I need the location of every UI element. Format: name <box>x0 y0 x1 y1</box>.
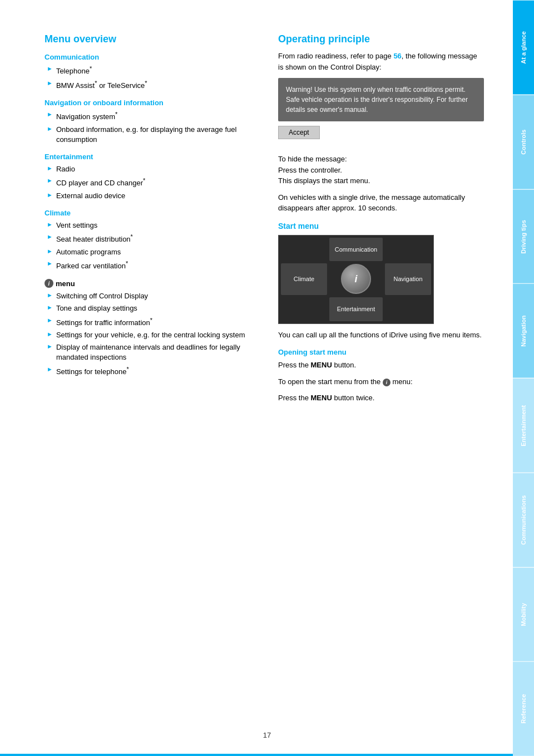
menu-navigation: Navigation <box>385 263 431 295</box>
sidebar-tab-controls[interactable]: Controls <box>513 95 534 189</box>
sidebar-tab-communications[interactable]: Communications <box>513 473 534 567</box>
single-drive-text: On vehicles with a single drive, the mes… <box>278 192 484 214</box>
list-item: ► Seat heater distribution* <box>44 233 256 245</box>
list-text: Display of maintenance intervals and dea… <box>56 342 256 362</box>
arrow-icon: ► <box>47 65 53 72</box>
sidebar: At a glance Controls Driving tips Naviga… <box>513 0 534 756</box>
operating-principle-title: Operating principle <box>278 33 484 45</box>
list-text: Seat heater distribution* <box>56 233 133 245</box>
list-text: Settings for traffic information* <box>56 316 152 328</box>
start-menu-heading: Start menu <box>278 222 484 230</box>
list-item: ► Radio <box>44 164 256 174</box>
list-item: ► CD player and CD changer* <box>44 176 256 189</box>
press-menu-text: Press the MENU button. <box>278 360 484 371</box>
sidebar-tab-reference[interactable]: Reference <box>513 661 534 756</box>
arrow-icon: ► <box>47 192 53 198</box>
center-circle: i <box>341 264 371 294</box>
open-from-i-text: To open the start menu from the i menu: <box>278 376 484 387</box>
i-menu-label: menu <box>56 279 75 288</box>
menu-entertainment: Entertainment <box>329 297 383 321</box>
list-text: Parked car ventilation* <box>56 259 128 272</box>
list-text: Tone and display settings <box>56 303 137 313</box>
sidebar-tab-navigation[interactable]: Navigation <box>513 283 534 378</box>
list-item: ► BMW Assist* or TeleService* <box>44 79 256 91</box>
sidebar-tab-at-a-glance[interactable]: At a glance <box>513 0 534 95</box>
list-text: Settings for telephone* <box>56 365 129 377</box>
intro-text: From radio readiness, refer to page 56, … <box>278 51 484 72</box>
list-item: ► Automatic programs <box>44 247 256 257</box>
list-item: ► Switching off Control Display <box>44 291 256 301</box>
sidebar-tab-mobility[interactable]: Mobility <box>513 567 534 662</box>
arrow-icon: ► <box>47 80 53 86</box>
arrow-icon: ► <box>47 260 53 267</box>
i-menu-heading: i menu <box>44 279 256 288</box>
left-column: Menu overview Communication ► Telephone*… <box>44 33 256 723</box>
arrow-icon: ► <box>47 366 53 372</box>
page-border <box>0 754 513 756</box>
arrow-icon: ► <box>47 125 53 132</box>
climate-heading: Climate <box>44 209 256 217</box>
list-item: ► Onboard information, e.g. for displayi… <box>44 125 256 145</box>
arrow-icon: ► <box>47 317 53 323</box>
menu-communication: Communication <box>329 238 383 261</box>
warning-text: Warning! Use this system only when traff… <box>286 86 468 114</box>
menu-bold-twice: MENU <box>311 394 332 402</box>
list-item: ► Tone and display settings <box>44 303 256 313</box>
list-item: ► Parked car ventilation* <box>44 259 256 272</box>
warning-box: Warning! Use this system only when traff… <box>278 78 484 121</box>
list-item: ► Telephone* <box>44 65 256 77</box>
list-item: ► Settings for telephone* <box>44 365 256 377</box>
sidebar-tab-driving-tips[interactable]: Driving tips <box>513 189 534 284</box>
menu-climate: Climate <box>281 263 327 295</box>
list-item: ► Settings for your vehicle, e.g. for th… <box>44 330 256 340</box>
center-i-icon: i <box>354 273 357 285</box>
list-text: Telephone* <box>56 65 92 77</box>
list-text: Automatic programs <box>56 247 121 257</box>
arrow-icon: ► <box>47 111 53 117</box>
list-item: ► Navigation system* <box>44 110 256 122</box>
list-item: ► Display of maintenance intervals and d… <box>44 342 256 362</box>
arrow-icon: ► <box>47 331 53 337</box>
page-link[interactable]: 56 <box>393 52 401 60</box>
arrow-icon: ► <box>47 292 53 298</box>
arrow-icon: ► <box>47 177 53 184</box>
communication-heading: Communication <box>44 53 256 61</box>
menu-center: i <box>327 261 385 297</box>
list-text: Navigation system* <box>56 110 118 122</box>
opening-start-menu-heading: Opening start menu <box>278 348 484 356</box>
list-item: ► Vent settings <box>44 220 256 230</box>
idrive-menu-graphic: Communication Climate i Navigation Enter… <box>278 235 434 324</box>
list-text: BMW Assist* or TeleService* <box>56 79 147 91</box>
arrow-icon: ► <box>47 343 53 350</box>
navigation-heading: Navigation or onboard information <box>44 99 256 107</box>
arrow-icon: ► <box>47 233 53 240</box>
page-number: 17 <box>263 731 271 739</box>
press-twice-text: Press the MENU button twice. <box>278 392 484 404</box>
hide-message-text: To hide the message: Press the controlle… <box>278 154 484 186</box>
right-column: Operating principle From radio readiness… <box>278 33 484 723</box>
i-inline-icon: i <box>383 379 390 386</box>
arrow-icon: ► <box>47 248 53 254</box>
idrive-description: You can call up all the functions of iDr… <box>278 330 484 341</box>
list-item: ► Settings for traffic information* <box>44 316 256 328</box>
list-text: External audio device <box>56 191 125 201</box>
menu-overview-title: Menu overview <box>44 33 256 45</box>
list-text: Settings for your vehicle, e.g. for the … <box>56 330 245 340</box>
arrow-icon: ► <box>47 221 53 228</box>
menu-bold: MENU <box>311 361 332 369</box>
list-text: Vent settings <box>56 220 97 230</box>
list-text: Onboard information, e.g. for displaying… <box>56 125 256 145</box>
arrow-icon: ► <box>47 165 53 171</box>
list-item: ► External audio device <box>44 191 256 201</box>
list-text: CD player and CD changer* <box>56 176 145 189</box>
sidebar-tab-entertainment[interactable]: Entertainment <box>513 378 534 473</box>
arrow-icon: ► <box>47 304 53 311</box>
entertainment-heading: Entertainment <box>44 153 256 161</box>
list-text: Radio <box>56 164 75 174</box>
list-text: Switching off Control Display <box>56 291 148 301</box>
i-menu-icon: i <box>44 279 53 288</box>
accept-button[interactable]: Accept <box>278 126 320 139</box>
